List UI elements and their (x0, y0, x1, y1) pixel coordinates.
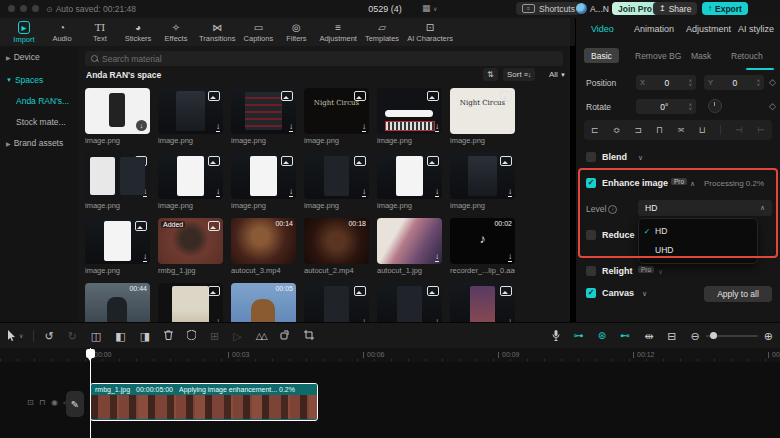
playhead-line[interactable] (90, 348, 91, 438)
blend-checkbox[interactable] (586, 152, 596, 162)
tab-text[interactable]: TIText (82, 22, 118, 43)
tab-animation[interactable]: Animation (634, 24, 674, 34)
sidebar-item-device[interactable]: ▶Device (6, 52, 40, 62)
download-icon[interactable]: ↓ (362, 123, 366, 132)
mask-icon[interactable] (187, 330, 196, 342)
delete-right-icon[interactable]: ◨ (140, 331, 150, 342)
rotate-knob[interactable] (708, 99, 722, 113)
media-item[interactable]: ↓image.png (85, 153, 150, 215)
download-icon[interactable]: ↓ (362, 188, 366, 197)
media-item[interactable]: 00:02♪↓recorder_...lip_0.aac (450, 218, 515, 280)
position-y-input[interactable]: Y 0 ∧∨ (704, 75, 764, 90)
split-icon[interactable]: ◫ (91, 331, 101, 342)
tab-audio[interactable]: ◔Audio (44, 22, 80, 43)
delete-icon[interactable] (164, 330, 173, 342)
relight-checkbox[interactable] (586, 266, 596, 276)
zoom-in-icon[interactable]: ⊕ (764, 331, 773, 342)
sidebar-item-spaces[interactable]: ▼Spaces (6, 75, 43, 85)
share-button[interactable]: ↥Share (653, 2, 697, 15)
tab-import[interactable]: ▸Import (6, 21, 42, 44)
download-icon[interactable]: ↓ (143, 188, 147, 197)
align-left-icon[interactable]: ⊏ (591, 125, 599, 135)
window-close-icon[interactable] (8, 5, 15, 12)
reduce-checkbox[interactable] (586, 230, 596, 240)
timeline-clip[interactable]: rmbg_1.jpg 00:00:05:00 Applying image en… (90, 383, 318, 421)
linking-icon[interactable]: ⊷ (620, 331, 630, 341)
download-icon[interactable]: ↓ (435, 253, 439, 262)
chevron-down-icon[interactable]: ∨ (19, 333, 23, 339)
download-icon[interactable]: ↓ (136, 120, 147, 131)
layout-switch-icon[interactable]: ▦ ∨ (422, 3, 437, 13)
subtab-mask[interactable]: Mask (684, 48, 718, 63)
tab-ai-characters[interactable]: ⊡AI Characters (404, 22, 456, 43)
keyframe-diamond-icon[interactable]: ◇ (769, 101, 776, 111)
media-item[interactable]: ↓ (158, 283, 223, 322)
info-icon[interactable]: i (608, 205, 617, 214)
download-icon[interactable]: ↓ (508, 188, 512, 197)
delete-left-icon[interactable]: ◧ (115, 331, 125, 342)
slider-knob[interactable] (710, 332, 717, 339)
align-top-icon[interactable]: ⊓ (656, 125, 663, 135)
tab-ai-stylize[interactable]: AI stylize (738, 24, 774, 34)
subtab-retouch[interactable]: Retouch (724, 48, 770, 63)
filter-button[interactable]: All▼ (545, 68, 570, 81)
tab-video[interactable]: Video (591, 24, 614, 34)
tab-effects[interactable]: ✧Effects (158, 22, 194, 43)
media-item[interactable]: ↓image.png (231, 88, 296, 150)
media-item[interactable]: 00:14autocut_3.mp4 (231, 218, 296, 280)
stepper-icon[interactable]: ∧∨ (757, 79, 760, 87)
rotate-input[interactable]: 0° ∧∨ (636, 99, 696, 114)
panel-scroll-indicator[interactable] (746, 68, 774, 70)
download-icon[interactable]: ↓ (143, 253, 147, 262)
media-item[interactable]: ↓image.png (377, 153, 442, 215)
undo-icon[interactable]: ↺ (44, 331, 53, 342)
align-middle-v-icon[interactable]: ≍ (677, 125, 685, 135)
media-item[interactable]: 00:05 (231, 283, 296, 322)
media-item[interactable]: Addedrmbg_1.jpg (158, 218, 223, 280)
shortcuts-button[interactable]: ≡Shortcuts (516, 2, 581, 15)
media-item[interactable]: ↓ (377, 283, 442, 322)
media-item[interactable]: ↓image.png (158, 88, 223, 150)
option-uhd[interactable]: UHD (639, 241, 757, 259)
subtab-basic[interactable]: Basic (584, 48, 619, 63)
sort-button[interactable]: Sort≡↓ (503, 68, 535, 81)
media-item[interactable]: 00:44 (85, 283, 150, 322)
media-item[interactable]: ↓ (450, 283, 515, 322)
media-item[interactable]: ↓image.png (377, 88, 442, 150)
download-icon[interactable]: ↓ (289, 123, 293, 132)
media-item[interactable]: ↓autocut_1.jpg (377, 218, 442, 280)
align-bottom-icon[interactable]: ⊔ (699, 125, 706, 135)
sidebar-item-anda-ran-space[interactable]: Anda RAN's... (16, 96, 69, 106)
tab-adjustment[interactable]: ≡Adjustment (316, 22, 360, 43)
window-zoom-icon[interactable] (32, 5, 39, 12)
stepper-icon[interactable]: ∧∨ (689, 79, 692, 87)
search-input[interactable]: Search material (85, 51, 563, 66)
subtab-remove-bg[interactable]: Remove BG (628, 48, 688, 63)
media-item[interactable]: ↓image.png (85, 218, 150, 280)
lock-icon[interactable]: ⊓ (39, 398, 45, 407)
tab-filters[interactable]: ◎Filters (278, 22, 314, 43)
timeline-ruler[interactable]: 00:00 00:03 00:06 00:09 00:12 00:15 (0, 348, 780, 362)
media-item[interactable]: ↓image.png (231, 153, 296, 215)
align-center-h-icon[interactable]: ≎ (613, 125, 621, 135)
download-icon[interactable]: ↓ (508, 253, 512, 262)
chevron-up-icon[interactable]: ∧ (690, 180, 695, 188)
join-pro-button[interactable]: Join Pro (612, 2, 658, 15)
tab-adjustment-panel[interactable]: Adjustment (686, 24, 731, 34)
level-select[interactable]: HD ∧ (638, 200, 772, 216)
account-button[interactable]: A...N (576, 3, 609, 14)
cover-ribbon-icon[interactable]: ⊟ (667, 331, 676, 342)
media-item[interactable]: Night Circus↓image.png (304, 88, 369, 150)
auto-snapping-icon[interactable]: ⊛ (598, 331, 606, 341)
chevron-down-icon[interactable]: ∨ (638, 154, 643, 162)
download-icon[interactable]: ↓ (435, 188, 439, 197)
view-toggle-button[interactable]: ⇅ (483, 68, 498, 81)
sidebar-item-brand-assets[interactable]: ▶Brand assets (6, 138, 63, 148)
sidebar-item-stock-materials[interactable]: Stock mate... (16, 117, 66, 127)
canvas-checkbox[interactable]: ✓ (586, 288, 596, 298)
zoom-out-icon[interactable]: ⊖ (691, 331, 700, 342)
chevron-down-icon[interactable]: ∨ (658, 268, 663, 276)
playhead-handle-icon[interactable] (86, 349, 95, 358)
apply-to-all-button[interactable]: Apply to all (704, 286, 772, 302)
position-preview-icon[interactable]: ⇹ (644, 331, 653, 342)
